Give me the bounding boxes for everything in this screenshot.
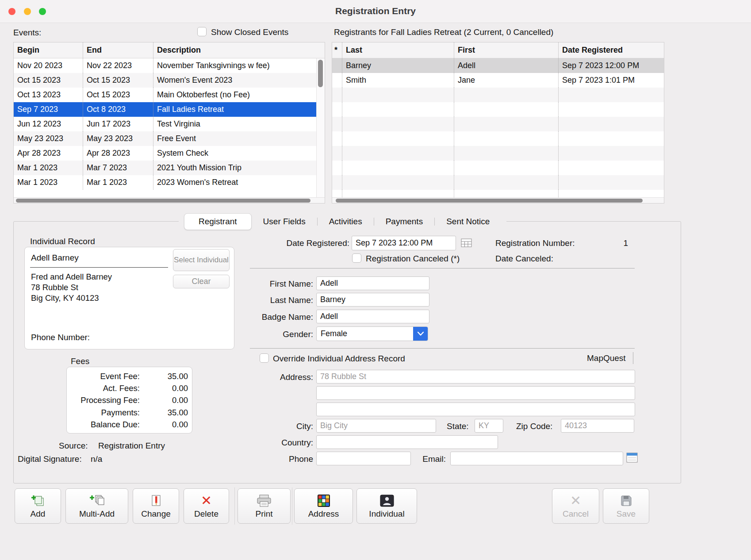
change-icon	[149, 494, 163, 508]
registrants-horizontal-scrollbar-thumb[interactable]	[336, 199, 643, 203]
cell-begin: May 23 2023	[14, 131, 83, 146]
email-input[interactable]	[450, 452, 623, 465]
column-header-star: *	[332, 42, 342, 58]
cell-end: Nov 22 2023	[83, 58, 153, 73]
phone-input[interactable]	[316, 452, 411, 465]
change-button[interactable]: Change	[133, 488, 179, 524]
column-header-first: First	[454, 42, 558, 58]
fee-label: Payments:	[67, 408, 140, 418]
events-vertical-scrollbar[interactable]	[316, 58, 325, 197]
address-line2-input[interactable]	[316, 386, 635, 400]
registrants-horizontal-scrollbar[interactable]	[332, 197, 664, 203]
individual-address: Fred and Adell Barney 78 Rubble St Big C…	[31, 272, 112, 303]
cell-end: Apr 28 2023	[83, 146, 153, 161]
badge-name-input[interactable]	[316, 310, 429, 323]
print-button[interactable]: Print	[238, 488, 291, 524]
last-name-label: Last Name:	[225, 295, 313, 305]
events-horizontal-scrollbar[interactable]	[14, 197, 325, 203]
cell-description: 2023 Women's Retreat	[153, 175, 316, 190]
fee-value: 0.00	[140, 395, 192, 405]
multi-add-icon	[88, 494, 105, 508]
event-row[interactable]: Mar 1 2023 Mar 1 2023 2023 Women's Retre…	[14, 175, 316, 190]
event-row[interactable]: Oct 15 2023 Oct 15 2023 Women's Event 20…	[14, 73, 316, 88]
divider	[633, 352, 633, 364]
address-line1-input[interactable]	[316, 370, 635, 384]
fee-value: 35.00	[140, 372, 192, 381]
tab-activities[interactable]: Activities	[318, 214, 374, 230]
add-button[interactable]: Add	[15, 488, 61, 524]
event-row[interactable]: May 23 2023 May 23 2023 Free Event	[14, 131, 316, 146]
fees-box: Event Fee: 35.00 Act. Fees: 0.00 Process…	[66, 367, 192, 433]
cell-description: 2021 Youth Mission Trip	[153, 161, 316, 175]
country-input[interactable]	[316, 435, 498, 449]
cancel-button[interactable]: ✕ Cancel	[552, 488, 599, 524]
cell-description: Women's Event 2023	[153, 73, 316, 88]
tab-user-fields[interactable]: User Fields	[252, 214, 317, 230]
empty-row	[332, 131, 664, 146]
override-address-checkbox[interactable]	[260, 353, 269, 363]
event-row[interactable]: Oct 13 2023 Oct 15 2023 Main Oktoberfest…	[14, 88, 316, 102]
address-line3-input[interactable]	[316, 403, 635, 416]
cell-description: System Check	[153, 146, 316, 161]
tab-payments[interactable]: Payments	[374, 214, 434, 230]
individual-name: Adell Barney	[31, 253, 79, 263]
last-name-input[interactable]	[316, 293, 429, 307]
cell-description: Fall Ladies Retreat	[153, 102, 316, 117]
cell-last: Barney	[342, 58, 454, 73]
fees-label: Fees	[71, 357, 89, 366]
registrants-table-body: Barney Adell Sep 7 2023 12:00 PM Smith J…	[332, 58, 664, 197]
show-closed-events-checkbox[interactable]	[197, 27, 207, 36]
badge-name-label: Badge Name:	[225, 312, 313, 322]
address-label: Address:	[225, 372, 313, 382]
events-vertical-scrollbar-thumb[interactable]	[318, 60, 323, 87]
fee-label: Processing Fee:	[67, 395, 140, 405]
cell-begin: Oct 15 2023	[14, 73, 83, 88]
phone-label: Phone	[225, 454, 313, 464]
empty-row	[332, 175, 664, 190]
fee-value: 0.00	[140, 384, 192, 393]
fee-row: Event Fee: 35.00	[67, 370, 192, 382]
address-button[interactable]: Address	[294, 488, 353, 524]
multi-add-button[interactable]: Multi-Add	[65, 488, 128, 524]
column-header-description: Description	[153, 42, 325, 58]
event-row[interactable]: Nov 20 2023 Nov 22 2023 November Tanksgi…	[14, 58, 316, 73]
cell-end: Oct 8 2023	[83, 102, 153, 117]
event-row[interactable]: Jun 12 2023 Jun 17 2023 Test Virginia	[14, 117, 316, 131]
add-icon	[30, 494, 46, 508]
title-bar: Registration Entry	[0, 0, 751, 23]
city-input[interactable]	[316, 419, 436, 433]
events-horizontal-scrollbar-thumb[interactable]	[16, 199, 310, 203]
zip-code-input[interactable]	[561, 419, 634, 433]
fee-row: Processing Fee: 0.00	[67, 395, 192, 407]
registration-canceled-checkbox[interactable]	[352, 253, 361, 263]
event-row[interactable]: Apr 28 2023 Apr 28 2023 System Check	[14, 146, 316, 161]
email-label: Email:	[407, 454, 446, 464]
cell-begin: Mar 1 2023	[14, 175, 83, 190]
events-table-body: Nov 20 2023 Nov 22 2023 November Tanksgi…	[14, 58, 316, 197]
gender-select[interactable]: Female	[316, 326, 428, 341]
event-row[interactable]: Mar 1 2023 Mar 7 2023 2021 Youth Mission…	[14, 161, 316, 175]
toolbar-separator	[292, 487, 292, 525]
select-individual-button[interactable]: Select Individual	[173, 249, 230, 271]
email-lookup-icon[interactable]	[626, 452, 638, 465]
column-header-end: End	[83, 42, 153, 58]
first-name-input[interactable]	[316, 276, 429, 290]
individual-button[interactable]: Individual	[356, 488, 417, 524]
state-label: State:	[447, 422, 469, 431]
calendar-icon[interactable]	[460, 238, 473, 250]
source-value: Registration Entry	[98, 441, 165, 451]
cell-star	[332, 58, 342, 73]
event-row-selected[interactable]: Sep 7 2023 Oct 8 2023 Fall Ladies Retrea…	[14, 102, 316, 117]
tab-sent-notice[interactable]: Sent Notice	[435, 214, 501, 230]
state-input[interactable]	[475, 419, 503, 433]
registrant-row-selected[interactable]: Barney Adell Sep 7 2023 12:00 PM	[332, 58, 664, 73]
clear-button[interactable]: Clear	[173, 275, 230, 288]
registrants-table-header: * Last First Date Registered	[332, 42, 664, 58]
empty-row	[332, 102, 664, 117]
registrant-row[interactable]: Smith Jane Sep 7 2023 1:01 PM	[332, 73, 664, 88]
delete-button[interactable]: ✕ Delete	[184, 488, 229, 524]
save-button[interactable]: Save	[603, 488, 649, 524]
tab-registrant[interactable]: Registrant	[184, 213, 252, 230]
mapquest-button[interactable]: MapQuest	[587, 353, 626, 363]
date-registered-input[interactable]	[352, 236, 456, 250]
